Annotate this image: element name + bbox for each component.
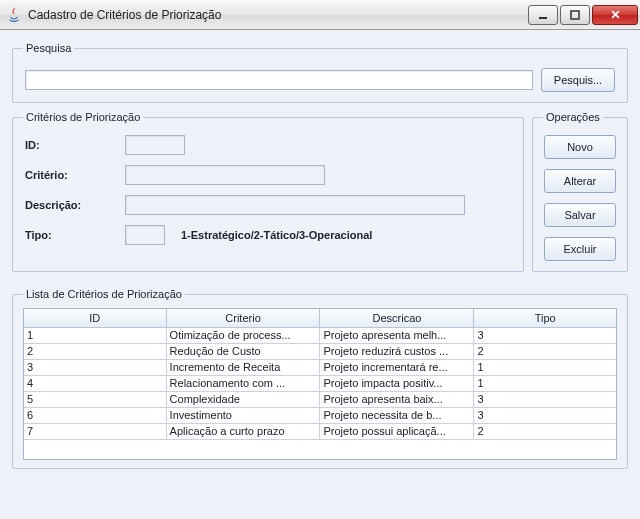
cell-id: 3 <box>24 359 166 375</box>
col-header-criterio[interactable]: Criterio <box>166 309 320 327</box>
cell-tipo: 3 <box>474 407 616 423</box>
operations-group: Operações Novo Alterar Salvar Excluir <box>532 111 628 272</box>
cell-criterio: Complexidade <box>166 391 320 407</box>
cell-descricao: Projeto impacta positiv... <box>320 375 474 391</box>
cell-criterio: Aplicação a curto prazo <box>166 423 320 439</box>
window-titlebar: Cadastro de Critérios de Priorização <box>0 0 640 30</box>
search-legend: Pesquisa <box>23 42 74 54</box>
descricao-field[interactable] <box>125 195 465 215</box>
search-button[interactable]: Pesquis... <box>541 68 615 92</box>
criteria-legend: Critérios de Priorização <box>23 111 143 123</box>
window-title: Cadastro de Critérios de Priorização <box>28 8 526 22</box>
cell-id: 1 <box>24 327 166 343</box>
table-row[interactable]: 2Redução de CustoProjeto reduzirá custos… <box>24 343 616 359</box>
table-row[interactable]: 7Aplicação a curto prazoProjeto possui a… <box>24 423 616 439</box>
tipo-field[interactable] <box>125 225 165 245</box>
table-header-row: ID Criterio Descricao Tipo <box>24 309 616 327</box>
close-button[interactable] <box>592 5 638 25</box>
cell-descricao: Projeto incrementará re... <box>320 359 474 375</box>
list-table-wrap[interactable]: ID Criterio Descricao Tipo 1Otimização d… <box>23 308 617 460</box>
cell-descricao: Projeto necessita de b... <box>320 407 474 423</box>
col-header-id[interactable]: ID <box>24 309 166 327</box>
cell-tipo: 2 <box>474 343 616 359</box>
cell-tipo: 2 <box>474 423 616 439</box>
table-row[interactable]: 5ComplexidadeProjeto apresenta baix...3 <box>24 391 616 407</box>
operations-legend: Operações <box>543 111 603 123</box>
search-input[interactable] <box>25 70 533 90</box>
col-header-descricao[interactable]: Descricao <box>320 309 474 327</box>
tipo-help-text: 1-Estratégico/2-Tático/3-Operacional <box>181 229 372 241</box>
table-row[interactable]: 4Relacionamento com ...Projeto impacta p… <box>24 375 616 391</box>
search-group: Pesquisa Pesquis... <box>12 42 628 103</box>
criteria-table: ID Criterio Descricao Tipo 1Otimização d… <box>24 309 616 440</box>
cell-descricao: Projeto reduzirá custos ... <box>320 343 474 359</box>
cell-tipo: 1 <box>474 375 616 391</box>
table-row[interactable]: 3Incremento de ReceitaProjeto incrementa… <box>24 359 616 375</box>
cell-criterio: Relacionamento com ... <box>166 375 320 391</box>
cell-id: 4 <box>24 375 166 391</box>
java-icon <box>6 7 22 23</box>
col-header-tipo[interactable]: Tipo <box>474 309 616 327</box>
svg-rect-0 <box>539 17 547 19</box>
window-buttons <box>526 5 638 25</box>
cell-descricao: Projeto apresenta melh... <box>320 327 474 343</box>
table-row[interactable]: 1Otimização de process...Projeto apresen… <box>24 327 616 343</box>
alterar-button[interactable]: Alterar <box>544 169 616 193</box>
cell-tipo: 1 <box>474 359 616 375</box>
cell-criterio: Otimização de process... <box>166 327 320 343</box>
cell-tipo: 3 <box>474 327 616 343</box>
table-row[interactable]: 6InvestimentoProjeto necessita de b...3 <box>24 407 616 423</box>
search-row: Pesquis... <box>23 62 617 94</box>
cell-id: 6 <box>24 407 166 423</box>
criterio-label: Critério: <box>25 169 125 181</box>
cell-id: 5 <box>24 391 166 407</box>
id-field[interactable] <box>125 135 185 155</box>
descricao-label: Descrição: <box>25 199 125 211</box>
cell-criterio: Redução de Custo <box>166 343 320 359</box>
cell-descricao: Projeto possui aplicaçã... <box>320 423 474 439</box>
cell-descricao: Projeto apresenta baix... <box>320 391 474 407</box>
novo-button[interactable]: Novo <box>544 135 616 159</box>
cell-criterio: Incremento de Receita <box>166 359 320 375</box>
tipo-label: Tipo: <box>25 229 125 241</box>
minimize-button[interactable] <box>528 5 558 25</box>
criterio-field[interactable] <box>125 165 325 185</box>
maximize-button[interactable] <box>560 5 590 25</box>
svg-rect-1 <box>571 11 579 19</box>
list-legend: Lista de Critérios de Priorização <box>23 288 185 300</box>
cell-id: 2 <box>24 343 166 359</box>
cell-id: 7 <box>24 423 166 439</box>
salvar-button[interactable]: Salvar <box>544 203 616 227</box>
list-group: Lista de Critérios de Priorização ID Cri… <box>12 288 628 469</box>
id-label: ID: <box>25 139 125 151</box>
cell-tipo: 3 <box>474 391 616 407</box>
client-area: Pesquisa Pesquis... Critérios de Prioriz… <box>0 30 640 519</box>
criteria-group: Critérios de Priorização ID: Critério: D… <box>12 111 524 272</box>
excluir-button[interactable]: Excluir <box>544 237 616 261</box>
cell-criterio: Investimento <box>166 407 320 423</box>
